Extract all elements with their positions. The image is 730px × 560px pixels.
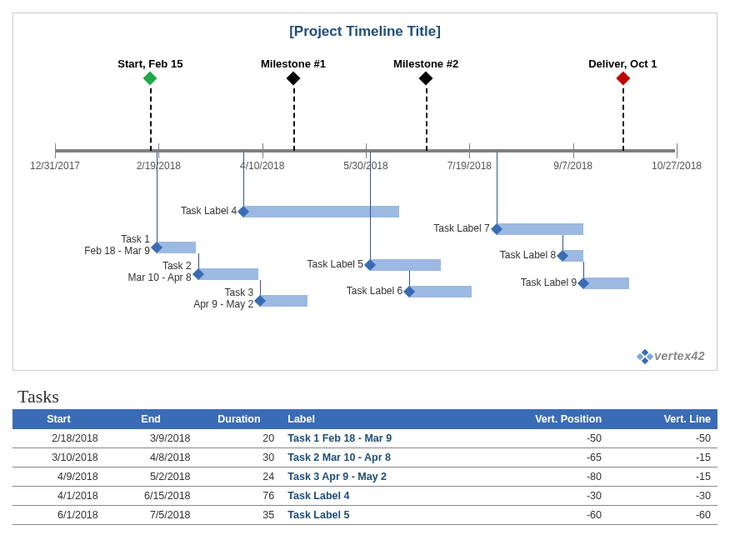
cell-start[interactable]: 4/9/2018 [12, 468, 105, 487]
col-start: Start [12, 409, 105, 429]
milestone: Deliver, Oct 1 [588, 58, 657, 83]
task-bar [370, 259, 441, 271]
milestone: Start, Feb 15 [118, 58, 182, 83]
axis-tick [262, 143, 263, 158]
task-label: Task Label 9 [521, 277, 577, 288]
tasks-table: Start End Duration Label Vert. Position … [12, 409, 718, 525]
logo-text: vertex42 [654, 349, 705, 362]
cell-vline[interactable]: -60 [608, 506, 718, 525]
task-bar [409, 286, 472, 298]
cell-vline[interactable]: -30 [608, 487, 718, 506]
task-label: Task Label 6 [347, 285, 402, 297]
task-label-line2: Mar 10 - Apr 8 [128, 272, 192, 283]
task-bar [243, 206, 399, 218]
cell-end[interactable]: 3/9/2018 [105, 429, 198, 448]
task-bar [198, 268, 258, 280]
table-header-row: Start End Duration Label Vert. Position … [12, 409, 718, 429]
milestone-dropline [293, 88, 295, 151]
cell-duration[interactable]: 35 [198, 506, 282, 525]
col-vpos: Vert. Position [482, 409, 608, 429]
cell-duration[interactable]: 76 [198, 487, 282, 506]
cell-start[interactable]: 2/18/2018 [12, 429, 105, 448]
chart-plot-area: 12/31/20172/19/20184/10/20185/30/20187/1… [55, 53, 675, 332]
task-label: Task 2Mar 10 - Apr 8 [128, 260, 192, 283]
task-label-line1: Task 3 [193, 287, 253, 298]
task-label-line2: Apr 9 - May 2 [193, 298, 253, 310]
milestone-marker-icon [143, 72, 158, 86]
cell-vline[interactable]: -15 [608, 468, 718, 487]
milestone-marker-icon [286, 72, 300, 86]
task-connector [370, 152, 371, 265]
task-label-line1: Task 1 [84, 233, 150, 245]
task-label-line1: Task Label 4 [181, 205, 237, 217]
milestone-marker-icon [616, 72, 630, 86]
milestone-dropline [622, 88, 624, 151]
col-vline: Vert. Line [608, 409, 718, 429]
task-label: Task 3Apr 9 - May 2 [193, 287, 253, 310]
axis-tick-label: 9/7/2018 [553, 160, 592, 172]
cell-duration[interactable]: 24 [198, 468, 282, 487]
milestone-marker-icon [419, 72, 433, 86]
chart-title: [Project Timeline Title] [13, 23, 717, 40]
milestone: Milestone #1 [261, 58, 326, 83]
x-axis [55, 149, 675, 152]
axis-tick [677, 143, 678, 158]
cell-vpos[interactable]: -30 [482, 487, 608, 506]
cell-label[interactable]: Task 1 Feb 18 - Mar 9 [281, 429, 482, 448]
axis-tick [158, 143, 159, 158]
table-row[interactable]: 4/9/20185/2/201824Task 3 Apr 9 - May 2-8… [12, 468, 718, 487]
cell-vpos[interactable]: -60 [482, 506, 608, 525]
milestone: Milestone #2 [393, 58, 458, 83]
cell-start[interactable]: 4/1/2018 [12, 487, 105, 506]
task-label: Task Label 5 [308, 258, 363, 270]
table-row[interactable]: 6/1/20187/5/201835Task Label 5-60-60 [12, 506, 718, 525]
cell-start[interactable]: 6/1/2018 [12, 506, 105, 525]
vertex42-logo: vertex42 [638, 349, 705, 363]
milestone-label: Start, Feb 15 [118, 58, 182, 70]
logo-icon [638, 350, 652, 363]
cell-end[interactable]: 7/5/2018 [105, 506, 198, 525]
milestone-label: Milestone #2 [393, 58, 458, 70]
tasks-table-title: Tasks [18, 386, 718, 408]
col-end: End [105, 409, 198, 429]
cell-duration[interactable]: 30 [198, 448, 282, 468]
cell-duration[interactable]: 20 [198, 429, 282, 448]
task-label-line2: Feb 18 - Mar 9 [84, 245, 150, 257]
task-label: Task Label 7 [433, 222, 489, 234]
cell-vline[interactable]: -50 [608, 429, 718, 448]
task-label-line1: Task Label 6 [347, 285, 402, 297]
task-connector [497, 152, 498, 229]
cell-end[interactable]: 5/2/2018 [105, 468, 198, 487]
task-connector [243, 152, 244, 212]
milestone-dropline [426, 88, 428, 151]
axis-tick-label: 12/31/2017 [30, 160, 80, 172]
cell-vpos[interactable]: -65 [482, 448, 608, 468]
table-row[interactable]: 3/10/20184/8/201830Task 2 Mar 10 - Apr 8… [12, 448, 718, 468]
task-label: Task 1Feb 18 - Mar 9 [84, 233, 150, 257]
axis-tick-label: 4/10/2018 [240, 160, 284, 172]
cell-label[interactable]: Task 2 Mar 10 - Apr 8 [281, 448, 482, 468]
table-row[interactable]: 2/18/20183/9/201820Task 1 Feb 18 - Mar 9… [12, 429, 718, 448]
axis-tick-label: 7/19/2018 [448, 160, 492, 172]
task-label-line1: Task Label 8 [500, 249, 556, 261]
cell-vline[interactable]: -15 [608, 448, 718, 468]
cell-vpos[interactable]: -80 [482, 468, 608, 487]
milestone-dropline [150, 88, 152, 151]
task-label-line1: Task Label 5 [308, 258, 363, 270]
task-bar [497, 223, 583, 235]
cell-label[interactable]: Task 3 Apr 9 - May 2 [281, 468, 482, 487]
task-bar [583, 278, 629, 289]
cell-start[interactable]: 3/10/2018 [12, 448, 105, 468]
cell-end[interactable]: 4/8/2018 [105, 448, 198, 468]
axis-tick [366, 143, 367, 158]
task-label: Task Label 8 [500, 249, 556, 261]
milestone-label: Deliver, Oct 1 [588, 58, 657, 70]
cell-end[interactable]: 6/15/2018 [105, 487, 198, 506]
cell-vpos[interactable]: -50 [482, 429, 608, 448]
axis-tick [469, 143, 470, 158]
cell-label[interactable]: Task Label 5 [281, 506, 482, 525]
cell-label[interactable]: Task Label 4 [281, 487, 482, 506]
table-row[interactable]: 4/1/20186/15/201876Task Label 4-30-30 [12, 487, 718, 506]
axis-tick-label: 10/27/2018 [652, 160, 702, 172]
task-label-line1: Task Label 7 [433, 222, 489, 234]
